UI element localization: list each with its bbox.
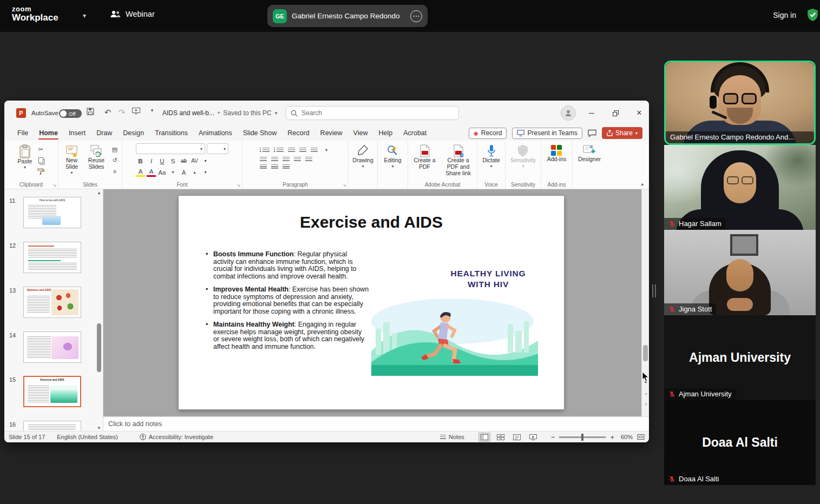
drawing-button[interactable]: Drawing ▾ xyxy=(351,143,375,170)
tab-insert[interactable]: Insert xyxy=(63,127,91,139)
previous-slide-button[interactable]: » xyxy=(644,390,648,398)
thumbnails-scrollbar[interactable] xyxy=(97,323,101,372)
autosave-toggle[interactable]: Off xyxy=(59,109,82,118)
tab-acrobat[interactable]: Acrobat xyxy=(398,127,432,139)
close-button[interactable]: × xyxy=(627,101,649,125)
notes-toggle[interactable]: Notes xyxy=(440,434,464,440)
cut-button[interactable]: ✂ xyxy=(35,145,46,154)
tab-design[interactable]: Design xyxy=(117,127,149,139)
view-normal-button[interactable] xyxy=(478,433,490,442)
notes-pane[interactable]: Click to add notes xyxy=(103,416,649,431)
create-pdf-share-button[interactable]: Create a PDF and Share link xyxy=(441,143,475,177)
addins-button[interactable]: Add-ins xyxy=(546,143,568,164)
paste-button[interactable]: Paste ▾ xyxy=(16,143,34,171)
underline-button[interactable]: U xyxy=(158,156,167,165)
thumbnails-scroll-up-button[interactable]: ▲ xyxy=(97,190,101,195)
accessibility-status[interactable]: Accessibility: Investigate xyxy=(140,434,213,440)
new-slide-button[interactable]: New Slide ▾ xyxy=(60,143,83,176)
slide-bullet-list[interactable]: • Boosts Immune Function: Regular physic… xyxy=(206,251,369,356)
reuse-slides-button[interactable]: Reuse Slides xyxy=(85,143,108,171)
create-pdf-button[interactable]: Create a PDF xyxy=(410,143,439,171)
format-painter-button[interactable] xyxy=(35,167,46,176)
slide-thumbnail-15[interactable]: 15 Exercise and AIDS xyxy=(4,376,103,407)
participant-tile-gabriel[interactable]: Gabriel Ernesto Campo Redondo And... xyxy=(664,61,816,145)
slide-thumbnail-12[interactable]: 12 xyxy=(4,242,103,273)
strikethrough-button[interactable]: ab xyxy=(179,156,188,165)
font-dialog-launcher[interactable]: ↘ xyxy=(237,183,240,188)
participant-tile-hagar[interactable]: Hagar Sallam xyxy=(664,145,816,230)
align-text-button[interactable] xyxy=(271,164,278,170)
zoom-level[interactable]: 60% xyxy=(621,434,633,440)
participant-tile-jigna[interactable]: Jigna Stott xyxy=(664,230,816,315)
present-in-teams-button[interactable]: Present in Teams xyxy=(512,128,582,139)
slide-canvas[interactable]: Exercise and AIDS • Boosts Immune Functi… xyxy=(103,189,641,416)
comments-button[interactable] xyxy=(588,129,596,137)
spacing-chevron-icon[interactable]: ▾ xyxy=(201,156,210,165)
decrease-indent-button[interactable] xyxy=(288,148,295,153)
fit-slide-button[interactable] xyxy=(637,434,645,440)
search-box[interactable] xyxy=(286,106,459,120)
slide-title[interactable]: Exercise and AIDS xyxy=(179,213,564,231)
view-slide-sorter-button[interactable] xyxy=(495,433,507,442)
vertical-scrollbar[interactable]: ▲ » » xyxy=(641,189,649,416)
clipboard-dialog-launcher[interactable]: ↘ xyxy=(53,183,56,188)
next-slide-button[interactable]: » xyxy=(644,401,648,408)
tab-transitions[interactable]: Transitions xyxy=(149,127,193,139)
workspace-chevron-icon[interactable]: ▾ xyxy=(83,12,86,19)
font-color-button[interactable]: A xyxy=(147,168,156,177)
dictate-button[interactable]: Dictate ▾ xyxy=(481,143,502,170)
line-spacing-button[interactable] xyxy=(311,148,318,153)
bullets-button[interactable] xyxy=(263,148,270,153)
zoom-out-button[interactable]: − xyxy=(551,433,555,441)
tab-draw[interactable]: Draw xyxy=(91,127,117,139)
restore-button[interactable] xyxy=(603,101,627,125)
paragraph-chevron-icon[interactable]: ▾ xyxy=(322,145,331,155)
user-avatar[interactable] xyxy=(561,105,576,121)
slide-thumbnail-11[interactable]: 11 How to live with AIDS xyxy=(4,197,103,228)
designer-button[interactable]: Designer xyxy=(576,143,602,164)
tab-help[interactable]: Help xyxy=(373,127,398,139)
align-right-button[interactable] xyxy=(283,157,290,162)
language-indicator[interactable]: English (United States) xyxy=(57,434,118,440)
record-button[interactable]: ◉ Record xyxy=(469,128,507,139)
editing-button[interactable]: Editing ▾ xyxy=(382,143,403,170)
tab-slide-show[interactable]: Slide Show xyxy=(238,127,283,139)
change-case-button[interactable]: Aa xyxy=(158,168,167,177)
numbering-button[interactable] xyxy=(277,148,284,153)
justify-button[interactable] xyxy=(294,157,301,162)
sensitivity-button[interactable]: Sensitivity ▾ xyxy=(509,143,537,170)
slide-thumbnail-16[interactable]: 16 xyxy=(4,421,103,432)
scrollbar-thumb[interactable] xyxy=(643,345,648,361)
tab-animations[interactable]: Animations xyxy=(193,127,238,139)
tab-record[interactable]: Record xyxy=(282,127,314,139)
font-size-select[interactable]: ▾ xyxy=(207,143,228,154)
webinar-tab[interactable]: Webinar xyxy=(110,10,155,18)
tab-home[interactable]: Home xyxy=(34,127,63,139)
customize-quick-access-icon[interactable]: ▾ xyxy=(146,108,158,113)
font-family-select[interactable]: ▾ xyxy=(136,143,205,154)
view-slideshow-button[interactable] xyxy=(527,433,539,442)
participant-tile-doaa[interactable]: Doaa Al Salti Doaa Al Salti xyxy=(664,400,816,485)
thumbnails-scroll-down-button[interactable]: ▼ xyxy=(97,426,101,430)
search-input[interactable] xyxy=(301,109,454,117)
tab-review[interactable]: Review xyxy=(315,127,348,139)
slide-thumbnail-13[interactable]: 13 Nutrition and AIDS xyxy=(4,287,103,318)
minimize-button[interactable]: ─ xyxy=(580,101,603,125)
scroll-up-button[interactable]: ▲ xyxy=(642,380,649,383)
paragraph-dialog-launcher[interactable]: ↘ xyxy=(343,183,346,188)
align-center-button[interactable] xyxy=(271,157,278,162)
italic-button[interactable]: I xyxy=(147,156,156,165)
case-chevron-icon[interactable]: ▾ xyxy=(168,168,178,177)
increase-font-chevron-icon[interactable]: ▴ xyxy=(190,168,199,177)
undo-button[interactable]: ↶ xyxy=(102,108,114,117)
slide[interactable]: Exercise and AIDS • Boosts Immune Functi… xyxy=(179,196,564,409)
slide-thumbnail-14[interactable]: 14 xyxy=(4,331,103,363)
align-left-button[interactable] xyxy=(260,157,267,162)
columns-button[interactable] xyxy=(305,157,312,162)
active-speaker-pill[interactable]: GE Gabriel Ernesto Campo Redondo ⋯ xyxy=(267,5,428,27)
slide-layout-button[interactable]: ▤ xyxy=(109,145,120,154)
increase-indent-button[interactable] xyxy=(299,148,306,153)
tab-view[interactable]: View xyxy=(348,127,373,139)
section-button[interactable]: ≡ xyxy=(109,167,120,176)
tab-file[interactable]: File xyxy=(12,127,34,139)
